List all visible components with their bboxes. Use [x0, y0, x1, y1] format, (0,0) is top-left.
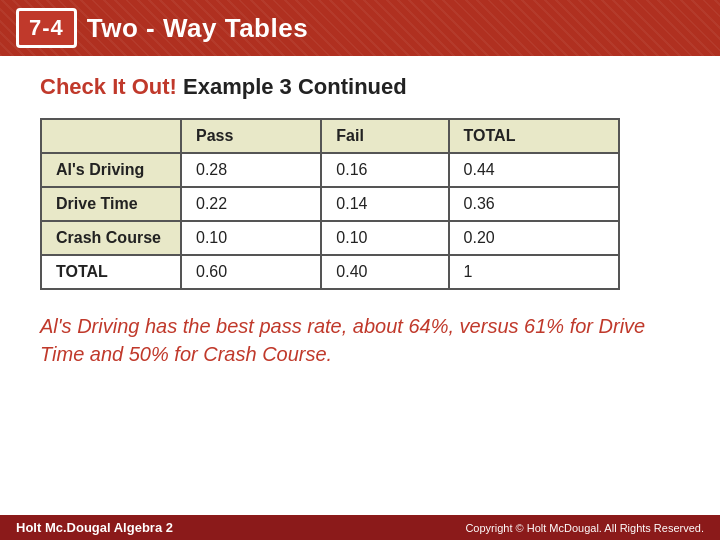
- cc-fail: 0.10: [321, 221, 448, 255]
- row-label-drive-time: Drive Time: [41, 187, 181, 221]
- footer-publisher: Holt Mc.Dougal Algebra 2: [16, 520, 173, 535]
- subtitle-rest: Example 3 Continued: [177, 74, 407, 99]
- col-header-fail: Fail: [321, 119, 448, 153]
- cc-total: 0.20: [449, 221, 619, 255]
- footer-bar: Holt Mc.Dougal Algebra 2 Copyright © Hol…: [0, 515, 720, 540]
- als-pass: 0.28: [181, 153, 321, 187]
- als-total: 0.44: [449, 153, 619, 187]
- total-pass: 0.60: [181, 255, 321, 289]
- als-fail: 0.16: [321, 153, 448, 187]
- row-label-crash-course: Crash Course: [41, 221, 181, 255]
- table-row: Drive Time 0.22 0.14 0.36: [41, 187, 619, 221]
- total-fail: 0.40: [321, 255, 448, 289]
- table-row: Al's Driving 0.28 0.16 0.44: [41, 153, 619, 187]
- table-row: Crash Course 0.10 0.10 0.20: [41, 221, 619, 255]
- section-subtitle: Check It Out! Example 3 Continued: [40, 74, 680, 100]
- col-header-pass: Pass: [181, 119, 321, 153]
- table-header-row: Pass Fail TOTAL: [41, 119, 619, 153]
- lesson-title: Two - Way Tables: [87, 13, 308, 44]
- dt-fail: 0.14: [321, 187, 448, 221]
- data-table: Pass Fail TOTAL Al's Driving 0.28 0.16 0…: [40, 118, 620, 290]
- row-label-als-driving: Al's Driving: [41, 153, 181, 187]
- row-label-total: TOTAL: [41, 255, 181, 289]
- col-header-total: TOTAL: [449, 119, 619, 153]
- header-bar: 7-4 Two - Way Tables: [0, 0, 720, 56]
- col-header-empty: [41, 119, 181, 153]
- cc-pass: 0.10: [181, 221, 321, 255]
- lesson-badge: 7-4: [16, 8, 77, 48]
- description-text: Al's Driving has the best pass rate, abo…: [40, 312, 680, 368]
- footer-copyright: Copyright © Holt McDougal. All Rights Re…: [465, 522, 704, 534]
- table-row-total: TOTAL 0.60 0.40 1: [41, 255, 619, 289]
- dt-total: 0.36: [449, 187, 619, 221]
- check-it-out-label: Check It Out!: [40, 74, 177, 99]
- main-content: Check It Out! Example 3 Continued Pass F…: [0, 56, 720, 398]
- dt-pass: 0.22: [181, 187, 321, 221]
- total-total: 1: [449, 255, 619, 289]
